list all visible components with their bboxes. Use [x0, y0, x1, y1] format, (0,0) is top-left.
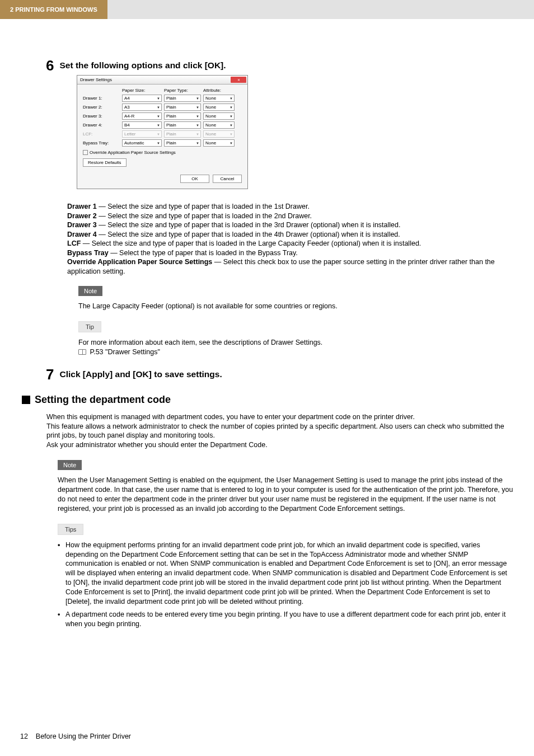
tips-list: How the equipment performs printing for …	[58, 541, 514, 629]
drawer-size-select[interactable]: B4▼	[122, 121, 162, 129]
drawer-type-select[interactable]: Plain▼	[164, 121, 201, 129]
desc-drawer3-text: — Select the size and type of paper that…	[97, 221, 401, 229]
drawer-row: Drawer 3:A4-R▼Plain▼None▼	[83, 112, 242, 120]
desc-drawer2-label: Drawer 2	[67, 212, 97, 220]
chevron-down-icon: ▼	[229, 133, 233, 136]
tip-reference[interactable]: P.53 "Drawer Settings"	[88, 348, 160, 356]
note-label: Note	[78, 286, 102, 296]
drawer-label: Drawer 2:	[83, 105, 122, 110]
override-checkbox-row[interactable]: Override Application Paper Source Settin…	[83, 150, 242, 155]
desc-drawer1-text: — Select the size and type of paper that…	[97, 203, 310, 210]
step-6: 6 Set the following options and click [O…	[46, 58, 514, 73]
footer-title: Before Using the Printer Driver	[36, 732, 131, 740]
desc-drawer4-label: Drawer 4	[67, 231, 97, 238]
restore-defaults-button[interactable]: Restore Defaults	[83, 158, 127, 167]
chevron-down-icon: ▼	[196, 124, 199, 127]
drawer-label: Bypass Tray:	[83, 140, 122, 145]
tips-item: A department code needs to be entered ev…	[58, 610, 514, 629]
chevron-down-icon: ▼	[157, 115, 160, 118]
col-attribute: Attribute:	[203, 88, 237, 93]
col-paper-type: Paper Type:	[164, 88, 203, 93]
desc-drawer3-label: Drawer 3	[67, 221, 97, 229]
note-text-2: When the User Management Setting is enab…	[58, 476, 514, 514]
page-header: 2 PRINTING FROM WINDOWS	[0, 0, 534, 19]
drawer-type-select[interactable]: Plain▼	[164, 104, 201, 111]
dialog-title-text: Drawer Settings	[80, 77, 112, 82]
drawer-row: Drawer 1:A4▼Plain▼None▼	[83, 95, 242, 102]
chevron-down-icon: ▼	[196, 97, 199, 100]
chevron-down-icon: ▼	[196, 133, 199, 136]
drawer-size-select[interactable]: A3▼	[122, 104, 162, 111]
step-7-instruction: Click [Apply] and [OK] to save settings.	[59, 367, 222, 379]
desc-bypass-label: Bypass Tray	[67, 249, 109, 257]
drawer-type-select[interactable]: Plain▼	[164, 139, 201, 147]
chevron-down-icon: ▼	[157, 142, 160, 145]
ok-button[interactable]: OK	[180, 175, 209, 183]
drawer-type-select: Plain▼	[164, 130, 201, 138]
drawer-attr-select[interactable]: None▼	[203, 121, 235, 129]
chevron-down-icon: ▼	[196, 106, 199, 109]
tip-line1: For more information about each item, se…	[78, 338, 514, 348]
drawer-label: Drawer 4:	[83, 123, 122, 128]
drawer-row: Drawer 2:A3▼Plain▼None▼	[83, 104, 242, 111]
drawer-size-select[interactable]: Automatic▼	[122, 139, 162, 147]
dialog-titlebar: Drawer Settings ✕	[77, 76, 247, 84]
checkbox-icon[interactable]	[83, 150, 88, 155]
book-icon	[78, 349, 86, 355]
step-6-number: 6	[46, 58, 54, 73]
chevron-down-icon: ▼	[196, 142, 199, 145]
tips-item: How the equipment performs printing for …	[58, 541, 514, 607]
chevron-down-icon: ▼	[157, 133, 160, 136]
section-heading: Setting the department code	[22, 394, 514, 406]
drawer-label: Drawer 1:	[83, 96, 122, 101]
desc-drawer2-text: — Select the size and type of paper that…	[97, 212, 312, 220]
desc-drawer1-label: Drawer 1	[67, 203, 97, 210]
dialog-column-headers: . Paper Size: Paper Type: Attribute:	[83, 88, 242, 93]
drawer-attr-select: None▼	[203, 130, 235, 138]
page-footer: 12 Before Using the Printer Driver	[20, 732, 131, 740]
tip-label: Tip	[78, 321, 101, 332]
drawer-attr-select[interactable]: None▼	[203, 112, 235, 120]
step-7-number: 7	[46, 367, 54, 382]
note-label-2: Note	[58, 460, 82, 470]
step-7: 7 Click [Apply] and [OK] to save setting…	[46, 367, 514, 382]
tip-text: For more information about each item, se…	[78, 338, 514, 357]
cursor-icon: ↖	[0, 194, 1, 196]
close-icon[interactable]: ✕	[231, 77, 246, 83]
drawer-size-select[interactable]: A4▼	[122, 95, 162, 102]
drawer-row: Bypass Tray:Automatic▼Plain▼None▼	[83, 139, 242, 147]
cancel-button[interactable]: Cancel	[213, 175, 242, 183]
desc-lcf-label: LCF	[67, 240, 81, 247]
drawer-attr-select[interactable]: None▼	[203, 139, 235, 147]
drawer-attr-select[interactable]: None▼	[203, 104, 235, 111]
drawer-label: Drawer 3:	[83, 114, 122, 119]
desc-override-label: Override Application Paper Source Settin…	[67, 258, 212, 266]
chevron-down-icon: ▼	[229, 124, 233, 127]
header-section-title: 2 PRINTING FROM WINDOWS	[0, 0, 107, 19]
override-label: Override Application Paper Source Settin…	[90, 150, 176, 155]
square-bullet-icon	[22, 396, 30, 404]
chevron-down-icon: ▼	[157, 106, 160, 109]
drawer-type-select[interactable]: Plain▼	[164, 112, 201, 120]
chevron-down-icon: ▼	[157, 124, 160, 127]
drawer-settings-dialog: Drawer Settings ✕ . Paper Size: Paper Ty…	[77, 75, 248, 189]
drawer-attr-select[interactable]: None▼	[203, 95, 235, 102]
drawer-row: Drawer 4:B4▼Plain▼None▼	[83, 121, 242, 129]
step-6-instruction: Set the following options and click [OK]…	[59, 58, 226, 71]
chevron-down-icon: ▼	[229, 97, 233, 100]
col-paper-size: Paper Size:	[122, 88, 164, 93]
drawer-size-select: Letter▼	[122, 130, 162, 138]
page-number: 12	[20, 732, 28, 740]
chevron-down-icon: ▼	[229, 142, 233, 145]
drawer-descriptions: Drawer 1 — Select the size and type of p…	[67, 202, 514, 276]
chevron-down-icon: ▼	[196, 115, 199, 118]
chevron-down-icon: ▼	[157, 97, 160, 100]
chevron-down-icon: ▼	[229, 106, 233, 109]
drawer-type-select[interactable]: Plain▼	[164, 95, 201, 102]
drawer-row: LCF:Letter▼Plain▼None▼	[83, 130, 242, 138]
drawer-size-select[interactable]: A4-R▼	[122, 112, 162, 120]
section-body: When this equipment is managed with depa…	[46, 412, 514, 450]
desc-drawer4-text: — Select the size and type of paper that…	[97, 231, 400, 238]
tips-label: Tips	[58, 524, 83, 535]
chevron-down-icon: ▼	[229, 115, 233, 118]
